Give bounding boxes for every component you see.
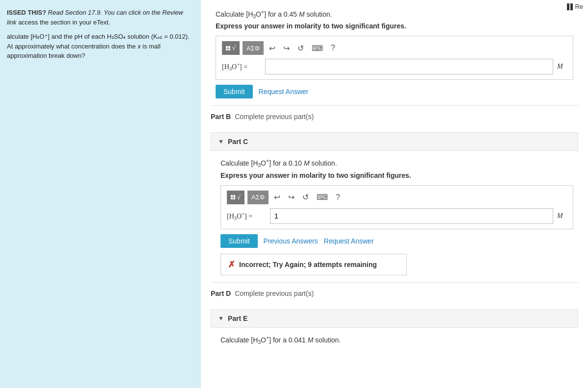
part-e-content: Calculate [H3O+] for a 0.041 M solution.	[211, 335, 578, 355]
part-a-submit-button[interactable]: Submit	[216, 85, 253, 98]
part-b-section: Part B Complete previous part(s)	[211, 105, 578, 132]
part-c-toolbar: √ ΑΣΦ ↩ ↪ ↺ ⌨ ?	[227, 191, 567, 204]
matrix-button[interactable]: √	[222, 41, 240, 55]
part-a-answer-label: [H3O+] =	[222, 62, 261, 72]
sidebar: ISSED THIS? Read Section 17.9. You can c…	[0, 0, 201, 388]
aso-button-c[interactable]: ΑΣΦ	[247, 191, 269, 204]
part-d-header: Part D Complete previous part(s)	[211, 290, 578, 297]
part-c-question1: Calculate [H3O+] for a 0.10 M solution.	[220, 158, 573, 168]
reset-button-c[interactable]: ↺	[300, 192, 311, 203]
sidebar-question: alculate [H₃O⁺] and the pH of each H₂SO₄…	[7, 32, 194, 61]
part-c-request-answer-button[interactable]: Request Answer	[324, 237, 374, 245]
part-c-actions: Submit Previous Answers Request Answer	[220, 234, 573, 248]
part-c-content: Calculate [H3O+] for a 0.10 M solution. …	[211, 158, 578, 275]
help-button-c[interactable]: ?	[333, 192, 343, 203]
part-a-unit: M	[557, 63, 567, 71]
part-c-unit: M	[557, 212, 567, 220]
part-c-answer-row: [H3O+] = M	[227, 208, 567, 224]
main-content: Calculate [H3O+] for a 0.45 M solution. …	[201, 0, 588, 388]
keyboard-button-c[interactable]: ⌨	[314, 192, 330, 203]
part-e-arrow: ▼	[218, 315, 224, 322]
part-a-input-container: √ ΑΣΦ ↩ ↪ ↺ ⌨ ? [H3O+] = M	[216, 36, 573, 80]
reset-button-a[interactable]: ↺	[295, 43, 306, 54]
part-a-answer-input[interactable]	[265, 59, 553, 74]
part-a-answer-row: [H3O+] = M	[222, 59, 567, 74]
error-x-icon: ✗	[228, 259, 235, 270]
keyboard-button-a[interactable]: ⌨	[309, 43, 325, 54]
part-b-desc: Complete previous part(s)	[235, 113, 314, 121]
matrix-button-c[interactable]: √	[227, 191, 245, 204]
part-b-header: Part B Complete previous part(s)	[211, 113, 578, 121]
part-d-label: Part D	[211, 290, 231, 297]
top-bar: Re	[562, 0, 588, 13]
part-a-request-answer-button[interactable]: Request Answer	[259, 88, 309, 96]
missed-prefix: ISSED THIS?	[7, 9, 46, 16]
help-button-a[interactable]: ?	[328, 43, 338, 53]
part-a-section: Calculate [H3O+] for a 0.45 M solution. …	[211, 0, 578, 105]
re-icon	[567, 3, 573, 10]
part-c-answer-label: [H3O+] =	[227, 211, 266, 221]
part-c-previous-answers-button[interactable]: Previous Answers	[264, 237, 318, 245]
part-c-error-box: ✗ Incorrect; Try Again; 9 attempts remai…	[220, 254, 407, 275]
part-c-collapsible-row[interactable]: ▼ Part C	[211, 132, 578, 151]
redo-button-c[interactable]: ↪	[286, 192, 297, 203]
part-c-title: Part C	[228, 138, 248, 146]
part-e-collapsible-row[interactable]: ▼ Part E	[211, 309, 578, 328]
part-a-actions: Submit Request Answer	[216, 85, 573, 98]
part-d-section: Part D Complete previous part(s)	[211, 282, 578, 309]
missed-suffix: access the section in your eText.	[18, 19, 110, 26]
undo-button-a[interactable]: ↩	[267, 43, 278, 54]
part-a-question1: Calculate [H3O+] for a 0.45 M solution.	[216, 9, 573, 19]
part-c-submit-button[interactable]: Submit	[220, 234, 258, 248]
undo-button-c[interactable]: ↩	[271, 192, 283, 203]
part-a-content: Calculate [H3O+] for a 0.45 M solution. …	[211, 9, 578, 98]
part-c-arrow: ▼	[218, 138, 224, 145]
part-a-toolbar: √ ΑΣΦ ↩ ↪ ↺ ⌨ ?	[222, 41, 567, 55]
part-c-input-container: √ ΑΣΦ ↩ ↪ ↺ ⌨ ? [H3O+] = M	[220, 185, 573, 229]
re-label: Re	[575, 3, 583, 10]
missed-notice: ISSED THIS? Read Section 17.9. You can c…	[7, 8, 194, 27]
part-e-question1: Calculate [H3O+] for a 0.041 M solution.	[220, 335, 573, 345]
redo-button-a[interactable]: ↪	[281, 43, 292, 54]
part-b-label: Part B	[211, 113, 231, 121]
part-a-question2: Express your answer in molarity to two s…	[216, 22, 573, 30]
part-e-title: Part E	[228, 315, 247, 322]
part-d-desc: Complete previous part(s)	[235, 290, 314, 297]
part-c-question2: Express your answer in molarity to two s…	[220, 171, 573, 179]
aso-button-a[interactable]: ΑΣΦ	[243, 41, 264, 55]
part-c-answer-input[interactable]	[270, 208, 553, 224]
error-text: Incorrect; Try Again; 9 attempts remaini…	[239, 261, 377, 268]
